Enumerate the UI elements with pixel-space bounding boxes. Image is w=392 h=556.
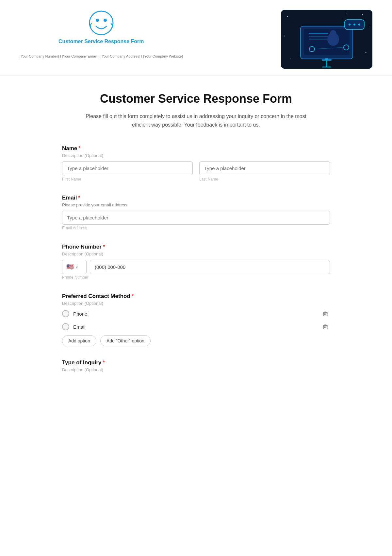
svg-rect-26 (325, 58, 328, 60)
us-flag-icon: 🇺🇸 (66, 263, 74, 270)
email-description: Please provide your email address. (62, 202, 330, 207)
radio-email[interactable] (62, 323, 69, 330)
form-description: Please fill out this form completely to … (85, 112, 307, 129)
radio-option-phone-row: Phone (62, 309, 330, 318)
header-illustration (281, 10, 372, 69)
first-name-wrapper: First Name (62, 161, 193, 182)
contact-required-star: * (132, 293, 134, 299)
phone-sublabel: Phone Number (62, 275, 89, 280)
email-required-star: * (78, 195, 80, 201)
last-name-input[interactable] (199, 161, 330, 175)
svg-point-22 (349, 24, 351, 26)
delete-email-option-button[interactable] (321, 322, 330, 331)
svg-rect-13 (309, 33, 328, 34)
contact-method-description: Description (Optional) (62, 301, 330, 306)
inquiry-required-star: * (103, 359, 105, 366)
brand-title: Customer Service Response Form (58, 39, 144, 44)
inquiry-section: Type of Inquiry* Description (Optional) (62, 359, 330, 372)
phone-row: 🇺🇸 ∨ (62, 260, 330, 274)
add-option-button[interactable]: Add option (62, 335, 96, 346)
radio-option-email-row: Email (62, 322, 330, 331)
email-sublabel: Email Address (62, 226, 87, 230)
svg-point-9 (290, 59, 291, 59)
last-name-sublabel: Last Name (199, 177, 330, 182)
svg-point-17 (330, 30, 336, 37)
svg-rect-36 (324, 324, 327, 325)
trash-icon-2 (322, 323, 329, 330)
contact-method-section: Preferred Contact Method* Description (O… (62, 293, 330, 346)
country-selector[interactable]: 🇺🇸 ∨ (62, 260, 87, 274)
radio-phone[interactable] (62, 310, 69, 317)
first-name-sublabel: First Name (62, 177, 193, 182)
svg-point-0 (90, 11, 113, 35)
header-branding: Customer Service Response Form [Your Com… (20, 10, 183, 58)
option-buttons-row: Add option Add "Other" option (62, 335, 330, 346)
name-section: Name* Description (Optional) First Name … (62, 145, 330, 182)
tech-illustration-svg (281, 10, 372, 69)
logo-icon (88, 10, 114, 36)
main-form-content: Customer Service Response Form Please fi… (49, 76, 343, 402)
inquiry-description: Description (Optional) (62, 367, 330, 372)
svg-point-4 (287, 16, 288, 17)
svg-point-24 (358, 24, 360, 26)
radio-option-email-left: Email (62, 323, 86, 330)
email-section: Email* Please provide your email address… (62, 195, 330, 231)
phone-input[interactable] (90, 260, 330, 274)
svg-point-6 (369, 26, 369, 26)
name-description: Description (Optional) (62, 153, 330, 158)
svg-point-2 (104, 19, 107, 22)
svg-rect-30 (324, 311, 327, 312)
svg-point-1 (96, 19, 99, 22)
phone-required-star: * (103, 244, 105, 250)
first-name-input[interactable] (62, 161, 193, 175)
svg-point-28 (322, 66, 332, 68)
last-name-wrapper: Last Name (199, 161, 330, 182)
trash-icon (322, 310, 329, 317)
radio-email-label: Email (73, 324, 86, 330)
add-other-option-button[interactable]: Add "Other" option (100, 335, 151, 346)
email-label: Email* (62, 195, 330, 201)
svg-point-23 (353, 24, 355, 26)
phone-label: Phone Number* (62, 244, 330, 250)
svg-point-10 (346, 13, 347, 13)
name-required-star: * (78, 145, 81, 151)
svg-point-5 (362, 14, 363, 15)
radio-phone-label: Phone (73, 311, 87, 317)
svg-point-8 (365, 52, 367, 53)
page-header: Customer Service Response Form [Your Com… (0, 0, 392, 76)
inquiry-label: Type of Inquiry* (62, 359, 330, 366)
phone-description: Description (Optional) (62, 252, 330, 256)
contact-method-label: Preferred Contact Method* (62, 293, 330, 300)
phone-section: Phone Number* Description (Optional) 🇺🇸 … (62, 244, 330, 280)
name-label: Name* (62, 145, 330, 152)
delete-phone-option-button[interactable] (321, 309, 330, 318)
radio-option-phone-left: Phone (62, 310, 87, 317)
form-main-title: Customer Service Response Form (62, 92, 330, 106)
svg-point-7 (284, 36, 285, 37)
email-input[interactable] (62, 211, 330, 225)
chevron-down-icon: ∨ (75, 265, 78, 269)
name-input-row: First Name Last Name (62, 161, 330, 182)
contact-info: [Your Company Number] I [Your Company Em… (20, 54, 183, 58)
